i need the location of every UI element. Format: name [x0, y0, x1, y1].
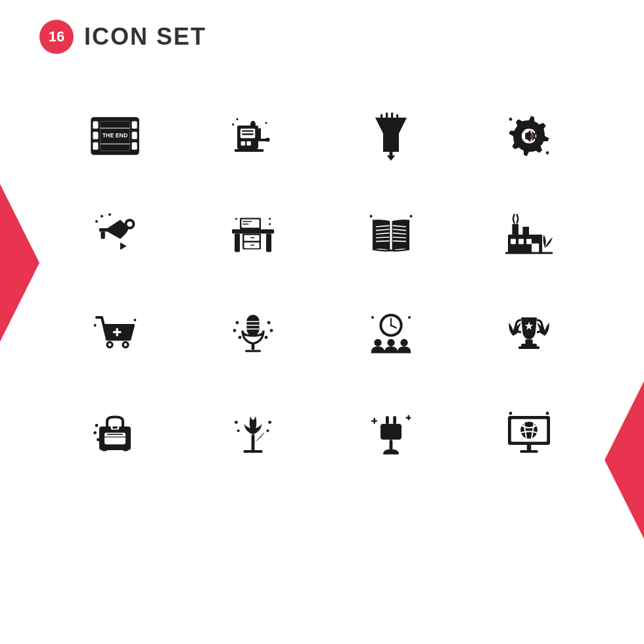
svg-rect-86 — [505, 252, 553, 254]
shopping-cart-icon — [53, 290, 177, 376]
svg-line-71 — [377, 241, 389, 242]
svg-rect-144 — [374, 417, 375, 424]
svg-point-49 — [108, 214, 111, 216]
svg-point-112 — [390, 324, 392, 326]
header: 16 ICON SET — [0, 0, 644, 74]
svg-point-130 — [95, 424, 99, 427]
microphone-icon — [191, 290, 315, 376]
svg-rect-28 — [380, 114, 382, 124]
svg-rect-141 — [393, 416, 396, 425]
svg-point-115 — [400, 339, 407, 346]
svg-rect-31 — [396, 114, 398, 124]
svg-rect-17 — [242, 133, 254, 135]
svg-text:THE END: THE END — [103, 132, 128, 139]
svg-point-95 — [133, 319, 136, 321]
svg-point-90 — [124, 343, 127, 346]
svg-point-22 — [265, 137, 269, 141]
svg-point-132 — [97, 438, 100, 442]
svg-rect-18 — [241, 141, 245, 145]
svg-point-137 — [237, 429, 240, 432]
svg-point-154 — [509, 412, 513, 415]
svg-rect-42 — [99, 228, 107, 231]
svg-point-138 — [266, 429, 269, 432]
svg-point-47 — [95, 220, 98, 223]
svg-point-39 — [509, 118, 513, 121]
svg-point-107 — [265, 336, 268, 339]
decorative-triangle-left — [0, 184, 39, 342]
svg-rect-19 — [246, 141, 250, 145]
decorative-triangle-right — [605, 381, 644, 539]
gas-station-icon — [191, 93, 315, 179]
svg-point-155 — [546, 412, 549, 415]
svg-rect-128 — [102, 449, 107, 451]
svg-point-23 — [250, 121, 256, 128]
svg-point-105 — [270, 329, 273, 333]
svg-point-94 — [94, 324, 97, 327]
svg-rect-57 — [250, 244, 254, 246]
svg-point-45 — [127, 221, 132, 227]
svg-point-116 — [371, 316, 374, 319]
svg-rect-62 — [249, 229, 251, 232]
svg-line-75 — [393, 237, 405, 238]
svg-point-63 — [235, 218, 237, 219]
marketing-icon — [53, 192, 177, 277]
svg-rect-124 — [112, 426, 118, 428]
svg-rect-153 — [520, 450, 538, 453]
svg-rect-6 — [132, 132, 137, 139]
svg-point-26 — [265, 122, 267, 124]
svg-rect-139 — [380, 424, 402, 440]
svg-point-131 — [93, 431, 97, 434]
svg-point-106 — [239, 336, 242, 339]
svg-rect-43 — [101, 231, 104, 239]
svg-point-89 — [108, 343, 112, 346]
svg-rect-80 — [512, 224, 518, 236]
filter-funnel-icon — [329, 93, 453, 179]
svg-rect-61 — [242, 223, 249, 225]
svg-point-135 — [235, 421, 238, 424]
svg-point-65 — [269, 223, 271, 225]
svg-marker-46 — [120, 242, 127, 250]
svg-rect-84 — [526, 239, 532, 244]
svg-point-64 — [269, 218, 271, 219]
svg-rect-5 — [132, 122, 137, 129]
svg-point-103 — [233, 329, 237, 333]
settings-mute-icon: 🔇 — [467, 93, 591, 179]
svg-rect-152 — [527, 445, 531, 450]
desk-drawers-icon — [191, 192, 315, 277]
svg-rect-50 — [232, 229, 274, 233]
svg-point-24 — [232, 124, 234, 126]
svg-rect-129 — [123, 449, 128, 451]
time-meeting-icon — [329, 290, 453, 376]
svg-rect-66 — [390, 220, 392, 252]
svg-rect-97 — [252, 344, 255, 350]
svg-rect-119 — [525, 340, 532, 344]
svg-rect-134 — [244, 450, 263, 453]
dribbble-monitor-icon — [467, 389, 591, 474]
svg-rect-142 — [390, 440, 393, 450]
trophy-award-icon — [467, 290, 591, 376]
svg-rect-2 — [93, 122, 98, 129]
svg-rect-16 — [242, 130, 254, 131]
svg-point-25 — [236, 118, 238, 120]
svg-rect-121 — [518, 346, 540, 349]
flower-icon — [191, 389, 315, 474]
svg-point-102 — [236, 321, 239, 325]
svg-rect-146 — [408, 415, 409, 420]
svg-rect-13 — [235, 149, 264, 152]
power-plug-icon — [329, 389, 453, 474]
icon-grid: THE END — [0, 80, 644, 488]
svg-rect-56 — [250, 237, 254, 239]
svg-rect-120 — [521, 344, 537, 346]
svg-point-114 — [387, 339, 394, 346]
svg-point-104 — [267, 321, 271, 325]
svg-point-40 — [546, 151, 549, 154]
industry-pollution-icon — [467, 192, 591, 277]
svg-rect-51 — [235, 233, 240, 252]
open-book-icon — [329, 192, 453, 277]
svg-point-48 — [101, 215, 103, 218]
svg-line-70 — [377, 237, 389, 238]
svg-point-77 — [370, 215, 373, 218]
svg-rect-52 — [266, 233, 271, 252]
film-end-icon: THE END — [53, 93, 177, 179]
svg-rect-3 — [93, 132, 98, 139]
